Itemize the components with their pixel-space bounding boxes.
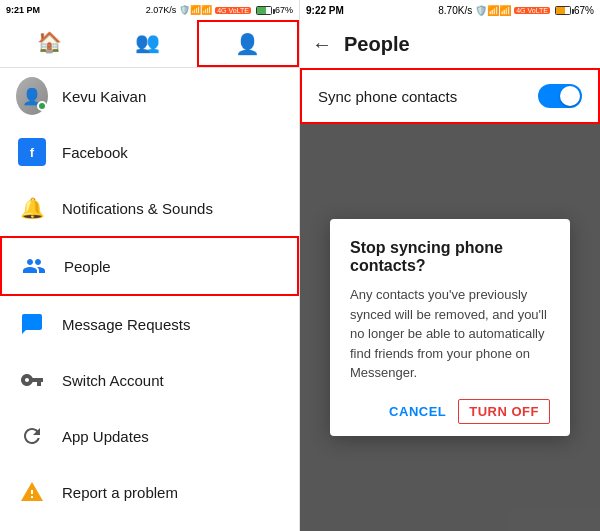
bell-icon: 🔔 bbox=[16, 192, 48, 224]
right-header: ← People bbox=[300, 20, 600, 68]
home-icon: 🏠 bbox=[37, 30, 62, 54]
cancel-button[interactable]: CANCEL bbox=[389, 404, 446, 419]
people-menu-label: People bbox=[64, 258, 111, 275]
right-status-bar: 9:22 PM 8.70K/s 🛡️📶📶 4G VoLTE 67% bbox=[300, 0, 600, 20]
stop-sync-dialog: Stop syncing phone contacts? Any contact… bbox=[330, 219, 570, 436]
left-icons: 🛡️📶📶 bbox=[179, 5, 212, 15]
right-speed: 8.70K/s bbox=[438, 5, 472, 16]
nav-tabs: 🏠 👥 👤 bbox=[0, 20, 299, 68]
person-icon bbox=[18, 250, 50, 282]
sync-toggle[interactable] bbox=[538, 84, 582, 108]
profile-icon: 👤 bbox=[235, 32, 260, 56]
bubble-icon bbox=[16, 308, 48, 340]
key-icon bbox=[16, 364, 48, 396]
menu-item-app-updates[interactable]: App Updates bbox=[0, 408, 299, 464]
report-problem-label: Report a problem bbox=[62, 484, 178, 501]
menu-item-notifications[interactable]: 🔔 Notifications & Sounds bbox=[0, 180, 299, 236]
message-requests-label: Message Requests bbox=[62, 316, 190, 333]
sync-contacts-label: Sync phone contacts bbox=[318, 88, 457, 105]
tab-home[interactable]: 🏠 bbox=[0, 20, 98, 67]
warning-icon bbox=[16, 476, 48, 508]
menu-item-help[interactable]: Help bbox=[0, 520, 299, 531]
sync-contacts-item[interactable]: Sync phone contacts bbox=[300, 68, 600, 124]
right-battery-pct: 67% bbox=[574, 5, 594, 16]
facebook-label: Facebook bbox=[62, 144, 128, 161]
online-indicator bbox=[37, 101, 47, 111]
turn-off-button[interactable]: TURN OFF bbox=[458, 399, 550, 424]
people-icon: 👥 bbox=[135, 30, 160, 54]
left-status-bar: 9:21 PM 2.07K/s 🛡️📶📶 4G VoLTE 67% bbox=[0, 0, 299, 20]
menu-item-people[interactable]: People bbox=[0, 236, 299, 296]
switch-account-label: Switch Account bbox=[62, 372, 164, 389]
facebook-icon: f bbox=[16, 136, 48, 168]
tab-people[interactable]: 👥 bbox=[98, 20, 196, 67]
app-updates-label: App Updates bbox=[62, 428, 149, 445]
right-time: 9:22 PM bbox=[306, 5, 344, 16]
dialog-title: Stop syncing phone contacts? bbox=[350, 239, 550, 275]
notifications-label: Notifications & Sounds bbox=[62, 200, 213, 217]
left-battery-icon bbox=[256, 6, 272, 15]
left-speed: 2.07K/s bbox=[146, 5, 177, 15]
user-name: Kevu Kaivan bbox=[62, 88, 146, 105]
dialog-actions: CANCEL TURN OFF bbox=[350, 399, 550, 424]
left-volte: 4G VoLTE bbox=[215, 7, 251, 14]
left-battery-pct: 67% bbox=[275, 5, 293, 15]
right-page-title: People bbox=[344, 33, 410, 56]
menu-item-message-requests[interactable]: Message Requests bbox=[0, 296, 299, 352]
toggle-knob bbox=[560, 86, 580, 106]
dialog-body: Any contacts you've previously synced wi… bbox=[350, 285, 550, 383]
menu-item-facebook[interactable]: f Facebook bbox=[0, 124, 299, 180]
menu-item-user[interactable]: 👤 Kevu Kaivan bbox=[0, 68, 299, 124]
menu-item-report-problem[interactable]: Report a problem bbox=[0, 464, 299, 520]
refresh-icon bbox=[16, 420, 48, 452]
avatar-container: 👤 bbox=[16, 80, 48, 112]
settings-list: Sync phone contacts bbox=[300, 68, 600, 124]
right-volte: 4G VoLTE bbox=[514, 7, 550, 14]
right-panel: 9:22 PM 8.70K/s 🛡️📶📶 4G VoLTE 67% ← Peop… bbox=[300, 0, 600, 531]
left-time: 9:21 PM bbox=[6, 5, 40, 15]
right-icons: 🛡️📶📶 bbox=[475, 5, 511, 16]
right-battery-icon bbox=[555, 6, 571, 15]
back-button[interactable]: ← bbox=[312, 33, 332, 56]
menu-list: 👤 Kevu Kaivan f Facebook 🔔 Notifications… bbox=[0, 68, 299, 531]
tab-profile[interactable]: 👤 bbox=[197, 20, 299, 67]
dialog-overlay: Stop syncing phone contacts? Any contact… bbox=[300, 124, 600, 531]
menu-item-switch-account[interactable]: Switch Account bbox=[0, 352, 299, 408]
